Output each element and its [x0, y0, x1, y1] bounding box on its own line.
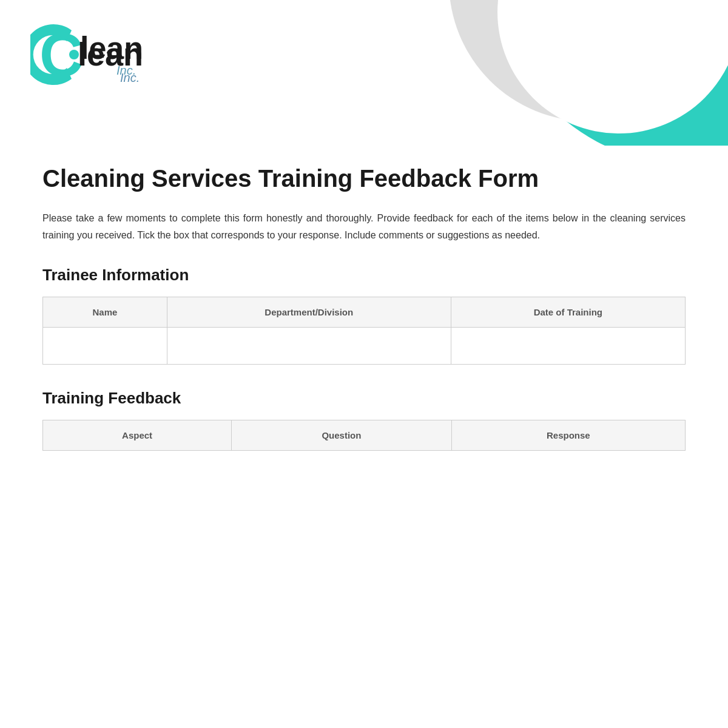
- col-aspect: Aspect: [43, 420, 232, 451]
- col-date: Date of Training: [451, 297, 685, 328]
- trainee-table-row: [43, 328, 686, 365]
- form-title: Cleaning Services Training Feedback Form: [42, 164, 686, 193]
- svg-text:lean: lean: [78, 36, 143, 72]
- address: Chico, CA 95973: [625, 46, 704, 62]
- name-cell[interactable]: [43, 328, 167, 365]
- logo-container: lean Inc.: [30, 12, 176, 99]
- svg-text:Inc.: Inc.: [120, 71, 140, 84]
- date-cell[interactable]: [451, 328, 685, 365]
- training-feedback-title: Training Feedback: [42, 389, 686, 408]
- trainee-info-title: Trainee Information: [42, 266, 686, 285]
- phone: 222 555 7777: [625, 30, 704, 46]
- contact-info: 222 555 7777 Chico, CA 95973 Template.ne…: [615, 30, 704, 92]
- department-cell[interactable]: [167, 328, 451, 365]
- col-response: Response: [451, 420, 685, 451]
- main-content: Cleaning Services Training Feedback Form…: [0, 146, 728, 475]
- feedback-table: Aspect Question Response: [42, 420, 686, 451]
- col-question: Question: [232, 420, 451, 451]
- trainee-info-table: Name Department/Division Date of Trainin…: [42, 297, 686, 365]
- email: Inquire@clean.mail: [625, 77, 704, 93]
- header: C lean Inc. lean Inc. 222 555 7777 Chico…: [0, 0, 728, 146]
- website: Template.net: [625, 61, 704, 77]
- col-department: Department/Division: [167, 297, 451, 328]
- logo-svg: lean Inc.: [30, 12, 176, 97]
- feedback-table-header-row: Aspect Question Response: [43, 420, 686, 451]
- trainee-table-header-row: Name Department/Division Date of Trainin…: [43, 297, 686, 328]
- form-description: Please take a few moments to complete th…: [42, 210, 686, 244]
- col-name: Name: [43, 297, 167, 328]
